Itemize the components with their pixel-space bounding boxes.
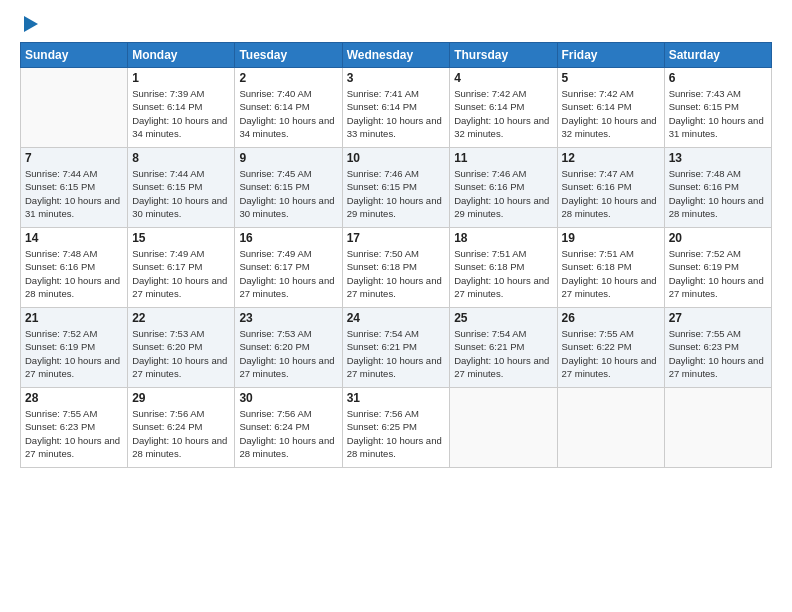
day-cell: 7Sunrise: 7:44 AMSunset: 6:15 PMDaylight… xyxy=(21,148,128,228)
day-cell: 2Sunrise: 7:40 AMSunset: 6:14 PMDaylight… xyxy=(235,68,342,148)
day-cell: 30Sunrise: 7:56 AMSunset: 6:24 PMDayligh… xyxy=(235,388,342,468)
week-row-4: 21Sunrise: 7:52 AMSunset: 6:19 PMDayligh… xyxy=(21,308,772,388)
day-info: Sunrise: 7:56 AMSunset: 6:25 PMDaylight:… xyxy=(347,407,446,460)
day-info: Sunrise: 7:46 AMSunset: 6:15 PMDaylight:… xyxy=(347,167,446,220)
day-info: Sunrise: 7:49 AMSunset: 6:17 PMDaylight:… xyxy=(132,247,230,300)
day-cell: 29Sunrise: 7:56 AMSunset: 6:24 PMDayligh… xyxy=(128,388,235,468)
day-number: 27 xyxy=(669,311,767,325)
day-cell xyxy=(664,388,771,468)
week-row-5: 28Sunrise: 7:55 AMSunset: 6:23 PMDayligh… xyxy=(21,388,772,468)
day-cell: 18Sunrise: 7:51 AMSunset: 6:18 PMDayligh… xyxy=(450,228,557,308)
day-cell: 20Sunrise: 7:52 AMSunset: 6:19 PMDayligh… xyxy=(664,228,771,308)
day-cell: 9Sunrise: 7:45 AMSunset: 6:15 PMDaylight… xyxy=(235,148,342,228)
day-number: 16 xyxy=(239,231,337,245)
day-cell: 12Sunrise: 7:47 AMSunset: 6:16 PMDayligh… xyxy=(557,148,664,228)
day-number: 30 xyxy=(239,391,337,405)
header xyxy=(20,18,772,32)
day-info: Sunrise: 7:53 AMSunset: 6:20 PMDaylight:… xyxy=(132,327,230,380)
day-cell: 10Sunrise: 7:46 AMSunset: 6:15 PMDayligh… xyxy=(342,148,450,228)
day-cell: 23Sunrise: 7:53 AMSunset: 6:20 PMDayligh… xyxy=(235,308,342,388)
day-number: 31 xyxy=(347,391,446,405)
day-number: 10 xyxy=(347,151,446,165)
day-number: 18 xyxy=(454,231,552,245)
day-number: 20 xyxy=(669,231,767,245)
day-cell: 17Sunrise: 7:50 AMSunset: 6:18 PMDayligh… xyxy=(342,228,450,308)
day-info: Sunrise: 7:46 AMSunset: 6:16 PMDaylight:… xyxy=(454,167,552,220)
day-cell: 6Sunrise: 7:43 AMSunset: 6:15 PMDaylight… xyxy=(664,68,771,148)
day-number: 1 xyxy=(132,71,230,85)
day-info: Sunrise: 7:52 AMSunset: 6:19 PMDaylight:… xyxy=(25,327,123,380)
day-info: Sunrise: 7:42 AMSunset: 6:14 PMDaylight:… xyxy=(562,87,660,140)
day-number: 23 xyxy=(239,311,337,325)
day-number: 15 xyxy=(132,231,230,245)
day-number: 13 xyxy=(669,151,767,165)
day-info: Sunrise: 7:51 AMSunset: 6:18 PMDaylight:… xyxy=(454,247,552,300)
day-cell xyxy=(557,388,664,468)
day-cell: 26Sunrise: 7:55 AMSunset: 6:22 PMDayligh… xyxy=(557,308,664,388)
day-number: 6 xyxy=(669,71,767,85)
day-number: 14 xyxy=(25,231,123,245)
week-row-3: 14Sunrise: 7:48 AMSunset: 6:16 PMDayligh… xyxy=(21,228,772,308)
day-number: 5 xyxy=(562,71,660,85)
day-header-saturday: Saturday xyxy=(664,43,771,68)
day-number: 11 xyxy=(454,151,552,165)
day-cell xyxy=(450,388,557,468)
day-cell: 11Sunrise: 7:46 AMSunset: 6:16 PMDayligh… xyxy=(450,148,557,228)
day-number: 8 xyxy=(132,151,230,165)
day-number: 26 xyxy=(562,311,660,325)
day-cell: 13Sunrise: 7:48 AMSunset: 6:16 PMDayligh… xyxy=(664,148,771,228)
day-cell: 15Sunrise: 7:49 AMSunset: 6:17 PMDayligh… xyxy=(128,228,235,308)
day-cell: 28Sunrise: 7:55 AMSunset: 6:23 PMDayligh… xyxy=(21,388,128,468)
day-info: Sunrise: 7:54 AMSunset: 6:21 PMDaylight:… xyxy=(347,327,446,380)
day-info: Sunrise: 7:44 AMSunset: 6:15 PMDaylight:… xyxy=(132,167,230,220)
day-cell: 25Sunrise: 7:54 AMSunset: 6:21 PMDayligh… xyxy=(450,308,557,388)
day-number: 22 xyxy=(132,311,230,325)
day-header-thursday: Thursday xyxy=(450,43,557,68)
day-cell: 21Sunrise: 7:52 AMSunset: 6:19 PMDayligh… xyxy=(21,308,128,388)
day-cell: 8Sunrise: 7:44 AMSunset: 6:15 PMDaylight… xyxy=(128,148,235,228)
page: SundayMondayTuesdayWednesdayThursdayFrid… xyxy=(0,0,792,612)
day-number: 12 xyxy=(562,151,660,165)
week-row-2: 7Sunrise: 7:44 AMSunset: 6:15 PMDaylight… xyxy=(21,148,772,228)
day-info: Sunrise: 7:55 AMSunset: 6:22 PMDaylight:… xyxy=(562,327,660,380)
day-cell: 4Sunrise: 7:42 AMSunset: 6:14 PMDaylight… xyxy=(450,68,557,148)
day-header-friday: Friday xyxy=(557,43,664,68)
week-row-1: 1Sunrise: 7:39 AMSunset: 6:14 PMDaylight… xyxy=(21,68,772,148)
header-row: SundayMondayTuesdayWednesdayThursdayFrid… xyxy=(21,43,772,68)
day-info: Sunrise: 7:40 AMSunset: 6:14 PMDaylight:… xyxy=(239,87,337,140)
day-cell: 5Sunrise: 7:42 AMSunset: 6:14 PMDaylight… xyxy=(557,68,664,148)
day-number: 3 xyxy=(347,71,446,85)
day-info: Sunrise: 7:53 AMSunset: 6:20 PMDaylight:… xyxy=(239,327,337,380)
day-info: Sunrise: 7:56 AMSunset: 6:24 PMDaylight:… xyxy=(132,407,230,460)
day-cell: 27Sunrise: 7:55 AMSunset: 6:23 PMDayligh… xyxy=(664,308,771,388)
day-cell: 14Sunrise: 7:48 AMSunset: 6:16 PMDayligh… xyxy=(21,228,128,308)
day-cell: 3Sunrise: 7:41 AMSunset: 6:14 PMDaylight… xyxy=(342,68,450,148)
day-info: Sunrise: 7:55 AMSunset: 6:23 PMDaylight:… xyxy=(25,407,123,460)
day-info: Sunrise: 7:48 AMSunset: 6:16 PMDaylight:… xyxy=(25,247,123,300)
day-info: Sunrise: 7:48 AMSunset: 6:16 PMDaylight:… xyxy=(669,167,767,220)
day-header-monday: Monday xyxy=(128,43,235,68)
day-number: 17 xyxy=(347,231,446,245)
day-cell xyxy=(21,68,128,148)
day-cell: 19Sunrise: 7:51 AMSunset: 6:18 PMDayligh… xyxy=(557,228,664,308)
day-info: Sunrise: 7:39 AMSunset: 6:14 PMDaylight:… xyxy=(132,87,230,140)
day-info: Sunrise: 7:55 AMSunset: 6:23 PMDaylight:… xyxy=(669,327,767,380)
day-cell: 24Sunrise: 7:54 AMSunset: 6:21 PMDayligh… xyxy=(342,308,450,388)
day-number: 28 xyxy=(25,391,123,405)
day-number: 24 xyxy=(347,311,446,325)
day-info: Sunrise: 7:47 AMSunset: 6:16 PMDaylight:… xyxy=(562,167,660,220)
day-cell: 16Sunrise: 7:49 AMSunset: 6:17 PMDayligh… xyxy=(235,228,342,308)
day-info: Sunrise: 7:52 AMSunset: 6:19 PMDaylight:… xyxy=(669,247,767,300)
day-info: Sunrise: 7:51 AMSunset: 6:18 PMDaylight:… xyxy=(562,247,660,300)
day-header-tuesday: Tuesday xyxy=(235,43,342,68)
day-number: 2 xyxy=(239,71,337,85)
day-number: 9 xyxy=(239,151,337,165)
day-header-sunday: Sunday xyxy=(21,43,128,68)
logo xyxy=(20,18,38,32)
day-number: 29 xyxy=(132,391,230,405)
day-number: 7 xyxy=(25,151,123,165)
day-cell: 22Sunrise: 7:53 AMSunset: 6:20 PMDayligh… xyxy=(128,308,235,388)
day-number: 25 xyxy=(454,311,552,325)
day-info: Sunrise: 7:50 AMSunset: 6:18 PMDaylight:… xyxy=(347,247,446,300)
day-info: Sunrise: 7:45 AMSunset: 6:15 PMDaylight:… xyxy=(239,167,337,220)
